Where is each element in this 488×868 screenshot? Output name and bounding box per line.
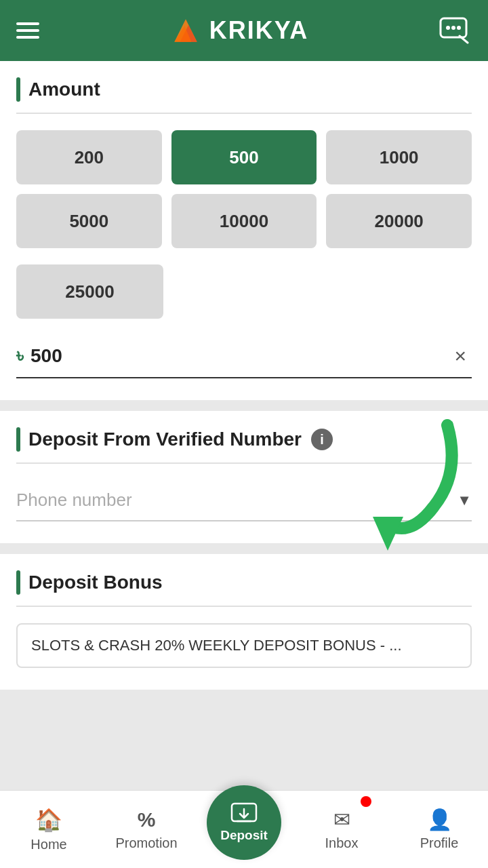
bonus-divider [16, 606, 472, 607]
nav-inbox-label: Inbox [325, 835, 359, 851]
logo-text: KRIKYA [209, 16, 309, 45]
svg-point-6 [457, 26, 461, 30]
profile-icon: 👤 [427, 808, 452, 831]
nav-promotion[interactable]: % Promotion [98, 791, 195, 868]
deposit-circle[interactable]: Deposit [207, 785, 281, 860]
amount-btn-5000[interactable]: 5000 [16, 194, 162, 248]
promotion-icon: % [138, 808, 156, 831]
amount-btn-500[interactable]: 500 [171, 130, 317, 184]
deposit-title-info: Deposit From Verified Number i [28, 429, 333, 450]
deposit-bonus-section: Deposit Bonus SLOTS & CRASH 20% WEEKLY D… [0, 554, 488, 690]
amount-title: Amount [28, 79, 100, 100]
inbox-icon: ✉ [333, 808, 350, 831]
nav-deposit[interactable]: Deposit [195, 791, 293, 868]
nav-promotion-label: Promotion [115, 835, 177, 851]
svg-point-5 [451, 26, 455, 30]
inbox-badge [361, 796, 371, 807]
amount-btn-1000[interactable]: 1000 [326, 130, 472, 184]
amount-btn-200[interactable]: 200 [16, 130, 162, 184]
amount-btn-10000[interactable]: 10000 [171, 194, 317, 248]
home-icon: 🏠 [35, 807, 62, 833]
logo: KRIKYA [169, 14, 309, 47]
chat-button[interactable] [438, 14, 472, 47]
amount-input[interactable] [30, 345, 449, 367]
nav-profile-label: Profile [420, 835, 459, 851]
deposit-circle-label: Deposit [220, 828, 268, 843]
nav-home-label: Home [30, 837, 66, 852]
deposit-icon [230, 802, 258, 827]
currency-symbol: ৳ [16, 345, 24, 368]
nav-home[interactable]: 🏠 Home [0, 791, 98, 868]
arrow-decoration-svg [339, 418, 468, 561]
amount-btn-25000[interactable]: 25000 [16, 264, 163, 319]
amount-divider [16, 113, 472, 114]
bonus-dropdown[interactable]: SLOTS & CRASH 20% WEEKLY DEPOSIT BONUS -… [16, 623, 472, 668]
bonus-title-bar-accent [16, 570, 20, 595]
amount-section: Amount 200 500 1000 5000 10000 20000 250… [0, 61, 488, 400]
title-bar-accent [16, 77, 20, 102]
nav-profile[interactable]: 👤 Profile [390, 791, 488, 868]
clear-button[interactable]: × [449, 342, 472, 370]
amount-grid: 200 500 1000 5000 10000 20000 [16, 130, 472, 248]
amount-btn-20000[interactable]: 20000 [326, 194, 472, 248]
header: KRIKYA [0, 0, 488, 61]
amount-title-row: Amount [16, 77, 472, 102]
logo-icon [169, 14, 203, 47]
deposit-title-bar-accent [16, 427, 20, 452]
nav-inbox[interactable]: ✉ Inbox [293, 791, 390, 868]
main-content: Amount 200 500 1000 5000 10000 20000 250… [0, 61, 488, 782]
info-icon[interactable]: i [311, 429, 333, 450]
chat-icon [439, 17, 470, 44]
bonus-title-row: Deposit Bonus [16, 570, 472, 595]
bonus-text: SLOTS & CRASH 20% WEEKLY DEPOSIT BONUS -… [31, 637, 402, 654]
menu-button[interactable] [16, 22, 39, 39]
bonus-title: Deposit Bonus [28, 572, 163, 593]
svg-point-4 [446, 26, 450, 30]
amount-input-row: ৳ × [16, 335, 472, 378]
bottom-nav: 🏠 Home % Promotion Deposit ✉ Inbox 👤 Pro… [0, 790, 488, 868]
deposit-title: Deposit From Verified Number [28, 429, 302, 450]
